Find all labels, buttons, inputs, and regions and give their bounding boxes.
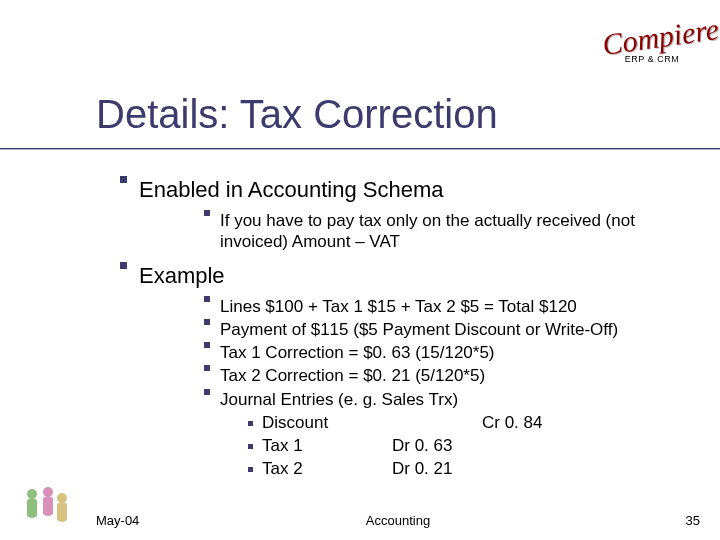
brand-logo: Compiere ERP & CRM [602,22,702,64]
square-bullet-icon [248,444,253,449]
bullet-ex-lines: Lines $100 + Tax 1 $15 + Tax 2 $5 = Tota… [204,296,680,317]
square-bullet-icon [248,467,253,472]
slide-body: Enabled in Accounting Schema If you have… [120,170,680,480]
bullet-ex-journal: Journal Entries (e. g. Sales Trx) [204,389,680,410]
square-bullet-icon [204,342,210,348]
journal-row-tax2: Tax 2 Dr 0. 21 [248,458,680,479]
footer-page-number: 35 [686,513,700,528]
bullet-ex-payment: Payment of $115 ($5 Payment Discount or … [204,319,680,340]
bullet-text: If you have to pay tax only on the actua… [220,210,680,253]
slide-title: Details: Tax Correction [96,92,498,137]
bullet-text: Enabled in Accounting Schema [139,176,680,204]
square-bullet-icon [120,262,127,269]
svg-point-1 [43,487,53,497]
journal-name: Discount [262,412,392,433]
journal-table: Discount Cr 0. 84 Tax 1 Dr 0. 63 Tax 2 D… [248,412,680,480]
square-bullet-icon [204,210,210,216]
bullet-ex-tax2corr: Tax 2 Correction = $0. 21 (5/120*5) [204,365,680,386]
journal-name: Tax 1 [262,435,392,456]
bullet-text: Payment of $115 ($5 Payment Discount or … [220,319,680,340]
footer-date: May-04 [96,513,139,528]
bullet-ex-tax1corr: Tax 1 Correction = $0. 63 (15/120*5) [204,342,680,363]
journal-row-tax1: Tax 1 Dr 0. 63 [248,435,680,456]
bullet-l1-example: Example [120,262,680,290]
bullet-l2-vat: If you have to pay tax only on the actua… [204,210,680,253]
journal-cr: Cr 0. 84 [482,412,572,433]
title-underline [0,148,720,150]
bullet-text: Journal Entries (e. g. Sales Trx) [220,389,680,410]
square-bullet-icon [204,365,210,371]
bullet-text: Tax 1 Correction = $0. 63 (15/120*5) [220,342,680,363]
slide-footer: May-04 Accounting 35 [96,513,700,528]
svg-point-0 [27,489,37,499]
square-bullet-icon [248,421,253,426]
square-bullet-icon [204,296,210,302]
decorative-people-icon [18,484,74,530]
journal-dr: Dr 0. 63 [392,435,482,456]
square-bullet-icon [204,319,210,325]
bullet-text: Lines $100 + Tax 1 $15 + Tax 2 $5 = Tota… [220,296,680,317]
journal-row-discount: Discount Cr 0. 84 [248,412,680,433]
square-bullet-icon [204,389,210,395]
svg-point-2 [57,493,67,503]
journal-dr: Dr 0. 21 [392,458,482,479]
footer-section: Accounting [366,513,430,528]
square-bullet-icon [120,176,127,183]
bullet-text: Example [139,262,680,290]
journal-name: Tax 2 [262,458,392,479]
bullet-text: Tax 2 Correction = $0. 21 (5/120*5) [220,365,680,386]
logo-word: Compiere [600,14,720,60]
bullet-l1-enabled: Enabled in Accounting Schema [120,176,680,204]
